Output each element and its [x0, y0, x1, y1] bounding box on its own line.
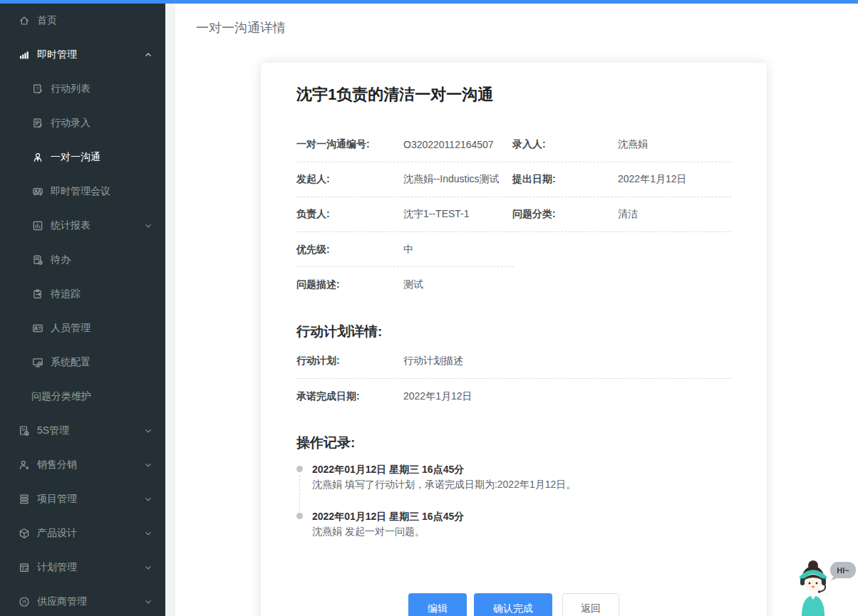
- field-value: 2022年1月12日: [618, 173, 731, 186]
- sidebar-item-label: 产品设计: [37, 527, 77, 540]
- sidebar-item-product-design[interactable]: 产品设计: [0, 516, 165, 550]
- id-card-icon: [31, 322, 44, 335]
- action-plan-row: 行动计划: 行动计划描述: [296, 344, 731, 379]
- field-value: 沈燕娟--Industics测试: [403, 173, 512, 186]
- confirm-complete-button[interactable]: 确认完成: [474, 593, 552, 616]
- sidebar-menu: 首页 即时管理 行动列表 行动录入 一对一沟通 即时管理会议 统计报表 待办 待…: [0, 4, 165, 616]
- field-value: O320220112164507: [403, 139, 512, 150]
- cube-icon: [18, 527, 31, 540]
- timeline-dot-icon: [296, 513, 303, 519]
- operation-log-timeline: 2022年01月12日 星期三 16点45分 沈燕娟 填写了行动计划，承诺完成日…: [296, 463, 731, 538]
- sidebar-item-label: 即时管理: [37, 48, 77, 61]
- person-arrow-icon: [18, 459, 31, 471]
- sidebar-item-label: 系统配置: [51, 356, 91, 369]
- report-chart-icon: [31, 219, 44, 232]
- clipboard-arrow-icon: [31, 288, 44, 301]
- chevron-down-icon: [144, 597, 153, 606]
- chevron-down-icon: [144, 495, 153, 503]
- sidebar-item-label: 问题分类维护: [31, 390, 91, 403]
- field-value: 沈燕娟: [618, 138, 731, 151]
- sidebar-item-to-track[interactable]: 待追踪: [0, 277, 165, 311]
- signal-bars-icon: [18, 48, 31, 61]
- field-label: 一对一沟通编号:: [296, 138, 403, 151]
- field-value: 2022年1月12日: [403, 390, 731, 403]
- doc-badge-icon: [31, 254, 44, 266]
- sidebar-item-label: 即时管理会议: [51, 185, 110, 198]
- field-value: 清洁: [618, 208, 731, 221]
- sidebar-item-label: 供应商管理: [37, 595, 87, 608]
- field-value: 行动计划描述: [403, 355, 731, 367]
- sidebar-item-action-list[interactable]: 行动列表: [0, 72, 165, 106]
- sidebar-item-todo[interactable]: 待办: [0, 243, 165, 277]
- chevron-down-icon: [144, 221, 153, 230]
- button-row: 编辑 确认完成 返回: [296, 593, 731, 616]
- top-accent-bar: [0, 0, 858, 4]
- info-row: 负责人: 沈宇1--TEST-1 问题分类: 清洁: [296, 197, 731, 232]
- sidebar-item-label: 人员管理: [51, 322, 91, 335]
- chevron-down-icon: [144, 427, 153, 435]
- action-plan-table: 行动计划: 行动计划描述 承诺完成日期: 2022年1月12日: [296, 344, 731, 414]
- sidebar-item-label: 首页: [37, 14, 57, 27]
- meeting-icon: [31, 185, 44, 198]
- sidebar-item-label: 行动录入: [51, 117, 91, 130]
- sidebar-item-label: 5S管理: [37, 424, 69, 437]
- sidebar-item-statistics[interactable]: 统计报表: [0, 209, 165, 243]
- page-title: 一对一沟通详情: [175, 4, 858, 36]
- main-content: 一对一沟通详情 沈宇1负责的清洁一对一沟通 一对一沟通编号: O32022011…: [175, 4, 858, 616]
- field-label: 行动计划:: [296, 355, 403, 367]
- assistant-mascot[interactable]: HI~: [786, 555, 857, 616]
- log-text: 沈燕娟 发起一对一问题。: [312, 525, 731, 538]
- sidebar-item-label: 统计报表: [51, 219, 91, 232]
- info-row: 发起人: 沈燕娟--Industics测试 提出日期: 2022年1月12日: [296, 162, 731, 197]
- field-label: 录入人:: [512, 138, 618, 151]
- sidebar-item-home[interactable]: 首页: [0, 4, 165, 38]
- field-value: 中: [403, 244, 512, 256]
- card-title: 沈宇1负责的清洁一对一沟通: [296, 84, 731, 105]
- field-value: 测试: [403, 278, 512, 291]
- field-label: 优先级:: [296, 244, 403, 256]
- field-label: 问题分类:: [512, 208, 618, 221]
- back-button[interactable]: 返回: [562, 593, 619, 616]
- sidebar-item-sales[interactable]: 销售分销: [0, 448, 165, 482]
- sidebar-item-label: 项目管理: [37, 493, 77, 506]
- sidebar-item-meeting[interactable]: 即时管理会议: [0, 174, 165, 209]
- chevron-down-icon: [144, 529, 153, 538]
- field-label: 负责人:: [296, 208, 403, 221]
- log-entry: 2022年01月12日 星期三 16点45分 沈燕娟 填写了行动计划，承诺完成日…: [296, 463, 731, 491]
- sidebar-item-label: 待办: [51, 254, 71, 266]
- sidebar-item-plan-management[interactable]: 计划管理: [0, 550, 165, 585]
- action-plan-row: 承诺完成日期: 2022年1月12日: [296, 379, 731, 414]
- log-text: 沈燕娟 填写了行动计划，承诺完成日期为:2022年1月12日。: [312, 478, 731, 491]
- svg-text:HI~: HI~: [837, 566, 849, 575]
- info-table: 一对一沟通编号: O320220112164507 录入人: 沈燕娟 发起人: …: [296, 127, 731, 302]
- person-icon: [31, 151, 44, 164]
- sidebar-item-instant-management[interactable]: 即时管理: [0, 38, 165, 72]
- mascot-greeting-bubble: HI~: [830, 562, 856, 580]
- chevron-down-icon: [144, 563, 153, 572]
- doc-pen-icon: [31, 117, 44, 130]
- info-row: 一对一沟通编号: O320220112164507 录入人: 沈燕娟: [296, 127, 731, 162]
- home-icon: [18, 14, 31, 27]
- field-label: 问题描述:: [296, 278, 403, 291]
- sidebar-item-project[interactable]: 项目管理: [0, 482, 165, 516]
- sidebar-item-system-config[interactable]: 系统配置: [0, 345, 165, 380]
- stacked-layers-icon: [18, 493, 31, 506]
- sidebar-item-personnel[interactable]: 人员管理: [0, 311, 165, 345]
- supplier-circle-icon: [18, 595, 31, 608]
- field-label: 承诺完成日期:: [296, 390, 403, 403]
- info-row: 优先级: 中: [296, 232, 731, 267]
- sidebar-scrollbar[interactable]: [165, 4, 175, 616]
- sidebar-item-5s-management[interactable]: 5S管理: [0, 414, 165, 448]
- sidebar-item-action-entry[interactable]: 行动录入: [0, 106, 165, 140]
- sidebar-item-label: 计划管理: [37, 561, 77, 574]
- sidebar-item-one-on-one[interactable]: 一对一沟通: [0, 140, 165, 174]
- chevron-up-icon: [144, 51, 153, 59]
- sidebar-item-label: 一对一沟通: [51, 151, 100, 164]
- edit-button[interactable]: 编辑: [408, 593, 467, 616]
- support-girl-avatar: [800, 560, 826, 616]
- info-row: 问题描述: 测试: [296, 267, 731, 302]
- sidebar-item-issue-category[interactable]: 问题分类维护: [0, 380, 165, 414]
- sidebar-item-supplier[interactable]: 供应商管理: [0, 585, 165, 616]
- log-time: 2022年01月12日 星期三 16点45分: [312, 463, 731, 476]
- log-entry: 2022年01月12日 星期三 16点45分 沈燕娟 发起一对一问题。: [296, 510, 731, 538]
